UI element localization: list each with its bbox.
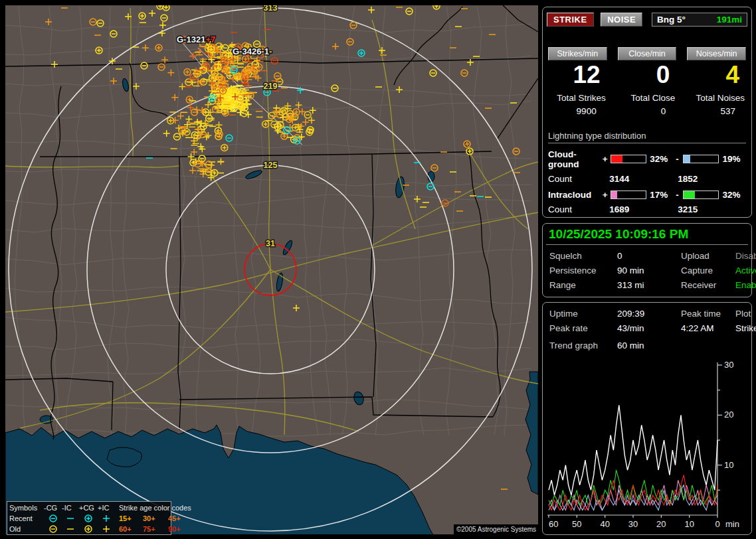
stats-grid: Uptime209:39Peak timePlotPeak rate43/min…	[543, 303, 751, 333]
legend-glyph-m	[62, 524, 79, 534]
legend-row-label: Recent	[9, 514, 44, 522]
minus-percent: 19%	[721, 154, 746, 164]
plus-bar	[611, 191, 646, 199]
status-label: Receiver	[681, 280, 735, 290]
plus-sign: +	[601, 190, 609, 200]
strike-mode-button[interactable]: STRIKE	[547, 13, 594, 27]
distribution-row: Cloud-ground+32%-19%	[548, 149, 746, 169]
copyright: ©2005 Astrogenic Systems	[454, 524, 539, 535]
count-row: Count31441852	[548, 174, 746, 184]
counter-total-value: 0	[618, 106, 677, 116]
strike-counters-panel: STRIKE NOISE Bng 5° 191mi Strikes/min12T…	[542, 7, 752, 218]
storm-cell-label: G-3426-1-	[233, 46, 272, 56]
status-label: Persistence	[549, 266, 617, 275]
legend-age-code: 75+	[143, 525, 168, 533]
counter-column-2: Noises/min4Total Noises537	[687, 47, 746, 116]
legend-glyph-cm	[44, 514, 62, 523]
distribution-name: Intracloud	[548, 190, 601, 200]
status-value: 0	[617, 251, 681, 261]
lightning-map[interactable]: 31321912531G-1321+7G-3426-1-	[0, 0, 539, 536]
svg-text:30: 30	[628, 519, 638, 529]
svg-text:10: 10	[684, 519, 694, 529]
minus-count: 1852	[678, 174, 746, 184]
strike-symbol-cp	[85, 515, 92, 522]
counter-total-label: Total Strikes	[548, 93, 607, 103]
stat-cell: Uptime	[549, 309, 617, 319]
legend-glyph-p	[98, 524, 115, 534]
trend-graph-label: Trend graph	[549, 341, 617, 350]
svg-text:10: 10	[724, 460, 733, 470]
svg-text:31: 31	[266, 239, 275, 248]
status-panel: 10/25/2025 10:09:16 PM Squelch0UploadDis…	[542, 223, 752, 297]
plus-percent: 17%	[648, 190, 674, 200]
stat-cell: Plot	[735, 309, 756, 319]
counter-total-label: Total Noises	[687, 93, 746, 103]
stat-cell: 4:22 AM	[681, 323, 735, 333]
legend-age-code: 15+	[119, 514, 143, 522]
count-label: Count	[548, 174, 609, 184]
map-legend: Symbols-CG-IC+CG+ICStrike age color code…	[7, 501, 171, 535]
minus-bar	[683, 155, 719, 163]
bearing-range-display: Bng 5° 191mi	[652, 13, 747, 27]
status-value: 313 mi	[617, 280, 681, 290]
counter-value: 12	[548, 62, 607, 88]
close-min-button[interactable]: Close/min	[618, 47, 677, 60]
stat-cell: Peak time	[681, 309, 735, 319]
trend-graph: 1020306050403020100min	[545, 360, 752, 534]
svg-text:313: 313	[264, 3, 278, 13]
storm-cell-label: G-1321+7	[177, 35, 215, 44]
svg-text:60: 60	[549, 519, 558, 529]
legend-age-code: 60+	[119, 525, 143, 533]
counter-total-label: Total Close	[618, 93, 677, 103]
noise-mode-button[interactable]: NOISE	[601, 13, 642, 27]
bearing-label: Bng 5°	[657, 15, 686, 25]
legend-col-header: -IC	[62, 504, 79, 512]
mode-button-row: STRIKE NOISE Bng 5° 191mi	[543, 7, 751, 29]
stat-cell: 43/min	[617, 323, 681, 333]
legend-glyph-cp	[79, 524, 98, 534]
legend-age-code: 90+	[168, 525, 193, 533]
plus-count: 1689	[609, 204, 678, 214]
rate-counters: Strikes/min12Total Strikes9900Close/min0…	[543, 47, 751, 116]
svg-text:125: 125	[264, 161, 278, 170]
trend-graph-header: Trend graph 60 min	[543, 333, 751, 350]
legend-symbols-header: Symbols	[9, 504, 44, 512]
legend-glyph-cm	[44, 524, 62, 534]
svg-text:40: 40	[600, 519, 609, 529]
counter-total-value: 537	[687, 106, 746, 116]
stat-cell: Strike	[735, 323, 756, 333]
minus-percent: 32%	[721, 190, 746, 200]
status-value: 90 min	[617, 266, 681, 275]
status-label: Capture	[681, 266, 735, 275]
svg-text:219: 219	[264, 82, 278, 91]
stat-cell: Peak rate	[549, 323, 617, 333]
minus-sign: -	[674, 190, 681, 200]
legend-age-code: 45+	[168, 514, 193, 522]
svg-text:min: min	[725, 519, 739, 529]
status-value: Enabled	[735, 280, 756, 290]
counter-value: 4	[687, 62, 746, 88]
plus-sign: +	[601, 154, 609, 164]
svg-text:20: 20	[724, 410, 733, 420]
datetime-display: 10/25/2025 10:09:16 PM	[546, 224, 748, 245]
trend-graph-window: 60 min	[617, 341, 745, 350]
nexstorm-window: 31321912531G-1321+7G-3426-1- Symbols-CG-…	[0, 0, 756, 539]
status-label: Squelch	[549, 251, 617, 261]
status-label: Upload	[681, 251, 735, 261]
minus-count: 3215	[678, 204, 746, 214]
strikes-min-button[interactable]: Strikes/min	[548, 47, 607, 60]
legend-glyph-m	[62, 514, 79, 523]
statistics-panel: Uptime209:39Peak timePlotPeak rate43/min…	[542, 302, 752, 535]
noises-min-button[interactable]: Noises/min	[687, 47, 746, 60]
legend-col-header: +CG	[79, 504, 98, 512]
plus-count: 3144	[609, 174, 678, 184]
map-view[interactable]: 31321912531G-1321+7G-3426-1- Symbols-CG-…	[0, 0, 539, 539]
strike-symbol-p	[103, 526, 110, 532]
minus-bar	[683, 191, 719, 199]
counter-column-0: Strikes/min12Total Strikes9900	[548, 47, 607, 116]
legend-row-label: Old	[9, 525, 44, 533]
strike-symbol-cm	[50, 515, 56, 522]
svg-text:0: 0	[715, 519, 719, 529]
trend-series--cg	[549, 485, 717, 510]
strike-symbol-p	[103, 515, 110, 522]
